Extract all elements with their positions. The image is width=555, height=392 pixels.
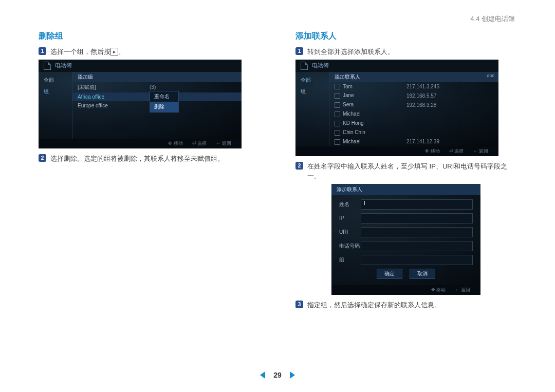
section-ref: 4.4 创建电话簿: [470, 14, 515, 24]
contact-row[interactable]: Chin Chin: [329, 128, 498, 137]
form-header: 添加联系人: [331, 184, 480, 195]
ip-input[interactable]: [361, 213, 473, 223]
phonebook-screenshot-delete: 电话簿 全部 组 添加组 [未赋值] (3): [39, 60, 242, 148]
step-text: 在姓名字段中输入联系人姓名，至少填写 IP、URI和电话号码字段之一。: [307, 161, 516, 181]
add-contact-title: 添加联系人: [295, 31, 516, 42]
ok-button[interactable]: 确定: [377, 269, 402, 279]
prev-page-icon[interactable]: [260, 371, 265, 379]
step-badge: 2: [295, 162, 303, 170]
left-step-1: 1 选择一个组，然后按▸。: [39, 47, 260, 57]
uri-label: URI: [339, 229, 361, 235]
step-badge: 1: [39, 47, 46, 55]
side-all[interactable]: 全部: [295, 74, 329, 86]
page-number: 29: [273, 371, 282, 379]
phone-label: 电话号码: [339, 242, 361, 250]
add-contact-header[interactable]: 添加联系人 abc: [329, 72, 498, 82]
shot-footer: ✥ 移动 ← 返回: [331, 285, 480, 295]
shot-footer: ✥ 移动 ⏎ 选择 ← 返回: [39, 139, 242, 148]
cancel-button[interactable]: 取消: [410, 269, 435, 279]
side-nav: 全部 组: [39, 72, 72, 139]
context-menu: 重命名 删除: [150, 91, 179, 113]
step-badge: 2: [39, 154, 46, 162]
step-text: 指定组，然后选择确定保存新的联系人信息。: [307, 300, 441, 310]
step-badge: 3: [295, 301, 303, 308]
page-navigator: 29: [0, 370, 555, 379]
add-contact-form-shot: 添加联系人 姓名I IP URI 电话号码 组 确定 取消 ✥ 移动 ← 返回: [331, 184, 480, 295]
group-input[interactable]: [361, 255, 473, 265]
right-step-2: 2 在姓名字段中输入联系人姓名，至少填写 IP、URI和电话号码字段之一。: [295, 161, 516, 181]
right-step-1: 1 转到全部并选择添加联系人。: [295, 47, 516, 57]
right-step-3: 3 指定组，然后选择确定保存新的联系人信息。: [295, 300, 516, 310]
contact-row[interactable]: Michael: [329, 109, 498, 119]
uri-input[interactable]: [361, 227, 473, 237]
step-text: 转到全部并选择添加联系人。: [307, 47, 394, 57]
side-group[interactable]: 组: [295, 86, 329, 97]
left-column: 删除组 1 选择一个组，然后按▸。 电话簿 全部 组: [39, 31, 260, 312]
next-page-icon[interactable]: [290, 371, 295, 379]
contact-row[interactable]: Jane192.168.5.57: [329, 91, 498, 100]
remote-key-icon: ▸: [110, 48, 118, 55]
name-input[interactable]: I: [361, 199, 473, 210]
shot-footer: ✥ 移动 ⏎ 选择 ← 返回: [295, 146, 498, 156]
name-label: 姓名: [339, 201, 361, 208]
side-all[interactable]: 全部: [39, 74, 72, 86]
group-label: 组: [339, 256, 361, 264]
ip-label: IP: [339, 215, 361, 221]
step-text: 选择删除。选定的组将被删除，其联系人将移至未赋值组。: [50, 154, 224, 164]
contact-row[interactable]: KD Hong: [329, 119, 498, 128]
phonebook-icon: [44, 62, 51, 70]
right-column: 添加联系人 1 转到全部并选择添加联系人。 电话簿 全部 组: [295, 31, 516, 312]
input-mode-abc: abc: [487, 73, 494, 78]
side-group[interactable]: 组: [39, 86, 72, 97]
step-text: 选择一个组，然后按: [50, 48, 110, 55]
contact-row[interactable]: Sera192.168.3.28: [329, 100, 498, 109]
contact-row[interactable]: Tom217.141.3.245: [329, 82, 498, 91]
step-text-suffix: 。: [118, 48, 125, 55]
contact-row[interactable]: Michael217.141.12.39: [329, 137, 498, 146]
side-nav: 全部 组: [295, 72, 329, 146]
shot-title: 电话簿: [55, 62, 72, 69]
phone-input[interactable]: [361, 241, 473, 251]
left-step-2: 2 选择删除。选定的组将被删除，其联系人将移至未赋值组。: [39, 154, 260, 164]
phonebook-screenshot-contacts: 电话簿 全部 组 添加联系人 abc Tom217.141.3.245Ja: [295, 60, 498, 156]
shot-title: 电话簿: [312, 62, 329, 69]
delete-group-title: 删除组: [39, 31, 260, 42]
phonebook-icon: [301, 62, 308, 70]
ctx-rename[interactable]: 重命名: [150, 91, 178, 102]
ctx-delete[interactable]: 删除: [150, 102, 178, 112]
step-badge: 1: [295, 47, 303, 55]
add-group-header[interactable]: 添加组: [72, 72, 242, 82]
